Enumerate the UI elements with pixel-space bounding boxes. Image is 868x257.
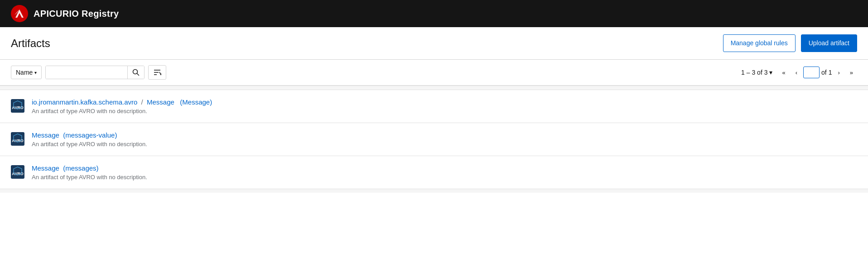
- artifact-description: An artifact of type AVRO with no descrip…: [32, 174, 147, 181]
- pagination-of-label: of 1: [821, 69, 832, 76]
- artifact-name-link[interactable]: Message: [147, 98, 174, 106]
- manage-global-rules-button[interactable]: Manage global rules: [723, 34, 796, 52]
- artifact-item: AVRO Message (messages) An artifact of t…: [0, 156, 868, 189]
- pagination-first-button[interactable]: «: [778, 67, 789, 78]
- artifact-description: An artifact of type AVRO with no descrip…: [32, 108, 212, 114]
- pagination-dropdown[interactable]: ▾: [769, 69, 772, 76]
- sort-icon: [153, 68, 161, 76]
- artifact-title: Message (messages-value): [32, 131, 147, 139]
- chevron-down-icon: ▾: [769, 69, 772, 76]
- artifact-separator: /: [141, 98, 145, 106]
- artifact-item: AVRO io.jromanmartin.kafka.schema.avro /…: [0, 90, 868, 123]
- artifact-type-icon: AVRO: [11, 132, 24, 147]
- sort-button[interactable]: [148, 65, 166, 80]
- artifact-type-icon: AVRO: [11, 165, 24, 180]
- artifact-id-label: [176, 98, 178, 106]
- pagination-prev-button[interactable]: ‹: [791, 67, 801, 78]
- pagination: 1 – 3 of 3 ▾ « ‹ 1 of 1 › »: [741, 67, 857, 78]
- page-header: Artifacts Manage global rules Upload art…: [0, 27, 868, 60]
- chevron-down-icon: ▾: [34, 70, 37, 75]
- pagination-page-input[interactable]: 1: [803, 67, 820, 78]
- artifact-item: AVRO Message (messages-value) An artifac…: [0, 123, 868, 156]
- pagination-last-button[interactable]: »: [846, 67, 857, 78]
- artifact-description: An artifact of type AVRO with no descrip…: [32, 141, 147, 148]
- search-icon: [132, 69, 140, 76]
- pagination-next-button[interactable]: ›: [834, 67, 844, 78]
- filter-name-dropdown[interactable]: Name ▾: [11, 66, 42, 79]
- page-title: Artifacts: [11, 37, 50, 50]
- artifact-id[interactable]: (Message): [180, 98, 212, 106]
- filter-bar: Name ▾ 1 – 3 of 3: [0, 60, 868, 86]
- artifacts-list: AVRO io.jromanmartin.kafka.schema.avro /…: [0, 86, 868, 193]
- app-title: APICURIO Registry: [34, 9, 119, 19]
- app-logo-icon: [11, 5, 28, 22]
- search-wrapper: [45, 66, 145, 79]
- svg-line-2: [137, 74, 139, 76]
- artifact-title: io.jromanmartin.kafka.schema.avro / Mess…: [32, 98, 212, 106]
- search-button[interactable]: [127, 66, 144, 79]
- header-actions: Manage global rules Upload artifact: [723, 34, 857, 52]
- artifact-name-link[interactable]: Message: [32, 164, 59, 172]
- app-header: APICURIO Registry: [0, 0, 868, 27]
- pagination-count: 1 – 3 of 3 ▾: [741, 69, 772, 76]
- pagination-range: 1 – 3 of 3: [741, 69, 767, 76]
- artifact-id[interactable]: (messages-value): [61, 131, 117, 139]
- artifact-content: Message (messages-value) An artifact of …: [32, 131, 147, 148]
- artifact-content: io.jromanmartin.kafka.schema.avro / Mess…: [32, 98, 212, 114]
- filter-name-label: Name: [16, 69, 33, 76]
- artifact-content: Message (messages) An artifact of type A…: [32, 164, 147, 181]
- search-input[interactable]: [46, 66, 127, 79]
- upload-artifact-button[interactable]: Upload artifact: [801, 34, 857, 52]
- page-wrapper: Artifacts Manage global rules Upload art…: [0, 27, 868, 257]
- artifact-type-icon: AVRO: [11, 99, 24, 114]
- artifact-id[interactable]: (messages): [61, 164, 99, 172]
- artifact-name-link[interactable]: Message: [32, 131, 59, 139]
- artifact-title: Message (messages): [32, 164, 147, 172]
- artifact-group-link[interactable]: io.jromanmartin.kafka.schema.avro: [32, 98, 137, 106]
- logo[interactable]: APICURIO Registry: [11, 5, 119, 22]
